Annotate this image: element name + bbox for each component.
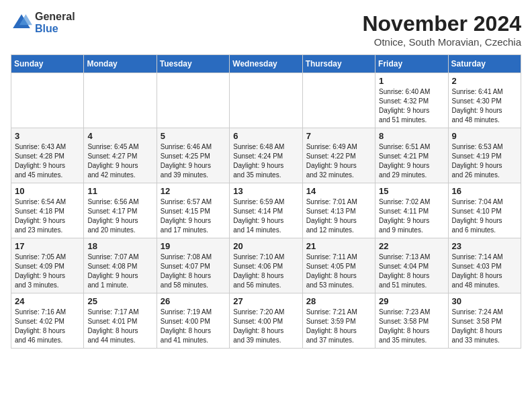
day-number: 3	[15, 131, 80, 141]
calendar-week-3: 10Sunrise: 6:54 AM Sunset: 4:18 PM Dayli…	[11, 183, 521, 238]
day-info: Sunrise: 7:24 AM Sunset: 3:58 PM Dayligh…	[452, 308, 517, 345]
day-info: Sunrise: 7:05 AM Sunset: 4:09 PM Dayligh…	[15, 253, 80, 290]
day-number: 19	[161, 241, 226, 251]
calendar-cell: 1Sunrise: 6:40 AM Sunset: 4:32 PM Daylig…	[375, 73, 448, 128]
calendar-cell: 5Sunrise: 6:46 AM Sunset: 4:25 PM Daylig…	[157, 128, 229, 183]
calendar-cell: 30Sunrise: 7:24 AM Sunset: 3:58 PM Dayli…	[448, 293, 521, 349]
day-number: 27	[233, 296, 298, 306]
col-thursday: Thursday	[302, 55, 375, 73]
day-number: 28	[306, 296, 371, 306]
day-number: 11	[87, 186, 152, 196]
calendar-cell	[157, 73, 229, 128]
logo-text: General Blue	[35, 11, 75, 34]
calendar-cell: 3Sunrise: 6:43 AM Sunset: 4:28 PM Daylig…	[11, 128, 84, 183]
day-info: Sunrise: 6:54 AM Sunset: 4:18 PM Dayligh…	[15, 197, 80, 235]
col-tuesday: Tuesday	[157, 55, 229, 73]
day-info: Sunrise: 6:48 AM Sunset: 4:24 PM Dayligh…	[233, 142, 298, 180]
calendar-week-1: 1Sunrise: 6:40 AM Sunset: 4:32 PM Daylig…	[11, 73, 521, 128]
day-number: 2	[452, 76, 517, 86]
calendar-cell: 9Sunrise: 6:53 AM Sunset: 4:19 PM Daylig…	[448, 128, 521, 183]
day-info: Sunrise: 7:21 AM Sunset: 3:59 PM Dayligh…	[306, 308, 371, 345]
month-title: November 2024	[362, 11, 521, 36]
calendar-cell: 13Sunrise: 6:59 AM Sunset: 4:14 PM Dayli…	[230, 183, 302, 238]
logo: General Blue	[11, 11, 75, 34]
day-number: 9	[452, 131, 517, 141]
title-block: November 2024 Otnice, South Moravian, Cz…	[362, 11, 521, 48]
col-wednesday: Wednesday	[230, 55, 302, 73]
calendar-cell: 17Sunrise: 7:05 AM Sunset: 4:09 PM Dayli…	[11, 238, 84, 293]
day-info: Sunrise: 7:19 AM Sunset: 4:00 PM Dayligh…	[161, 308, 226, 345]
day-info: Sunrise: 7:08 AM Sunset: 4:07 PM Dayligh…	[161, 253, 226, 290]
day-info: Sunrise: 7:10 AM Sunset: 4:06 PM Dayligh…	[233, 253, 298, 290]
calendar-cell	[84, 73, 157, 128]
calendar-cell: 14Sunrise: 7:01 AM Sunset: 4:13 PM Dayli…	[302, 183, 375, 238]
calendar-cell: 12Sunrise: 6:57 AM Sunset: 4:15 PM Dayli…	[157, 183, 229, 238]
day-info: Sunrise: 6:57 AM Sunset: 4:15 PM Dayligh…	[161, 197, 226, 235]
day-number: 25	[87, 296, 152, 306]
col-monday: Monday	[84, 55, 157, 73]
calendar-cell: 10Sunrise: 6:54 AM Sunset: 4:18 PM Dayli…	[11, 183, 84, 238]
calendar-week-4: 17Sunrise: 7:05 AM Sunset: 4:09 PM Dayli…	[11, 238, 521, 293]
day-number: 17	[15, 241, 80, 251]
day-number: 29	[379, 296, 444, 306]
day-info: Sunrise: 7:04 AM Sunset: 4:10 PM Dayligh…	[452, 197, 517, 235]
calendar-cell: 6Sunrise: 6:48 AM Sunset: 4:24 PM Daylig…	[230, 128, 302, 183]
day-number: 6	[233, 131, 298, 141]
day-number: 18	[87, 241, 152, 251]
day-info: Sunrise: 6:51 AM Sunset: 4:21 PM Dayligh…	[379, 142, 444, 180]
calendar-week-5: 24Sunrise: 7:16 AM Sunset: 4:02 PM Dayli…	[11, 293, 521, 349]
day-number: 22	[379, 241, 444, 251]
calendar-cell: 7Sunrise: 6:49 AM Sunset: 4:22 PM Daylig…	[302, 128, 375, 183]
day-info: Sunrise: 7:16 AM Sunset: 4:02 PM Dayligh…	[15, 308, 80, 345]
calendar-cell: 15Sunrise: 7:02 AM Sunset: 4:11 PM Dayli…	[375, 183, 448, 238]
calendar-cell: 24Sunrise: 7:16 AM Sunset: 4:02 PM Dayli…	[11, 293, 84, 349]
day-number: 26	[161, 296, 226, 306]
day-number: 1	[379, 76, 444, 86]
calendar-cell: 20Sunrise: 7:10 AM Sunset: 4:06 PM Dayli…	[230, 238, 302, 293]
calendar-cell: 2Sunrise: 6:41 AM Sunset: 4:30 PM Daylig…	[448, 73, 521, 128]
day-info: Sunrise: 7:02 AM Sunset: 4:11 PM Dayligh…	[379, 197, 444, 235]
calendar-cell: 22Sunrise: 7:13 AM Sunset: 4:04 PM Dayli…	[375, 238, 448, 293]
logo-general-label: General	[35, 11, 75, 23]
calendar-cell	[302, 73, 375, 128]
day-number: 4	[87, 131, 152, 141]
page-header: General Blue November 2024 Otnice, South…	[11, 11, 521, 48]
day-info: Sunrise: 6:40 AM Sunset: 4:32 PM Dayligh…	[379, 87, 444, 125]
day-number: 14	[306, 186, 371, 196]
calendar-cell	[230, 73, 302, 128]
day-info: Sunrise: 6:56 AM Sunset: 4:17 PM Dayligh…	[87, 197, 152, 235]
calendar-cell	[11, 73, 84, 128]
day-info: Sunrise: 7:14 AM Sunset: 4:03 PM Dayligh…	[452, 253, 517, 290]
day-info: Sunrise: 6:43 AM Sunset: 4:28 PM Dayligh…	[15, 142, 80, 180]
calendar-cell: 4Sunrise: 6:45 AM Sunset: 4:27 PM Daylig…	[84, 128, 157, 183]
calendar-cell: 21Sunrise: 7:11 AM Sunset: 4:05 PM Dayli…	[302, 238, 375, 293]
day-info: Sunrise: 7:07 AM Sunset: 4:08 PM Dayligh…	[87, 253, 152, 290]
day-info: Sunrise: 6:49 AM Sunset: 4:22 PM Dayligh…	[306, 142, 371, 180]
day-info: Sunrise: 7:01 AM Sunset: 4:13 PM Dayligh…	[306, 197, 371, 235]
day-number: 10	[15, 186, 80, 196]
calendar-cell: 18Sunrise: 7:07 AM Sunset: 4:08 PM Dayli…	[84, 238, 157, 293]
day-info: Sunrise: 7:11 AM Sunset: 4:05 PM Dayligh…	[306, 253, 371, 290]
day-number: 5	[161, 131, 226, 141]
calendar-table: Sunday Monday Tuesday Wednesday Thursday…	[11, 54, 521, 349]
day-info: Sunrise: 7:13 AM Sunset: 4:04 PM Dayligh…	[379, 253, 444, 290]
day-number: 30	[452, 296, 517, 306]
col-friday: Friday	[375, 55, 448, 73]
calendar-week-2: 3Sunrise: 6:43 AM Sunset: 4:28 PM Daylig…	[11, 128, 521, 183]
header-row: Sunday Monday Tuesday Wednesday Thursday…	[11, 55, 521, 73]
day-info: Sunrise: 6:41 AM Sunset: 4:30 PM Dayligh…	[452, 87, 517, 125]
day-number: 15	[379, 186, 444, 196]
day-info: Sunrise: 6:45 AM Sunset: 4:27 PM Dayligh…	[87, 142, 152, 180]
calendar-cell: 19Sunrise: 7:08 AM Sunset: 4:07 PM Dayli…	[157, 238, 229, 293]
calendar-header: Sunday Monday Tuesday Wednesday Thursday…	[11, 55, 521, 73]
calendar-cell: 25Sunrise: 7:17 AM Sunset: 4:01 PM Dayli…	[84, 293, 157, 349]
calendar-cell: 11Sunrise: 6:56 AM Sunset: 4:17 PM Dayli…	[84, 183, 157, 238]
day-number: 23	[452, 241, 517, 251]
day-info: Sunrise: 6:46 AM Sunset: 4:25 PM Dayligh…	[161, 142, 226, 180]
calendar-body: 1Sunrise: 6:40 AM Sunset: 4:32 PM Daylig…	[11, 73, 521, 349]
calendar-cell: 29Sunrise: 7:23 AM Sunset: 3:58 PM Dayli…	[375, 293, 448, 349]
day-number: 7	[306, 131, 371, 141]
calendar-cell: 8Sunrise: 6:51 AM Sunset: 4:21 PM Daylig…	[375, 128, 448, 183]
logo-blue-label: Blue	[35, 23, 75, 35]
day-number: 13	[233, 186, 298, 196]
